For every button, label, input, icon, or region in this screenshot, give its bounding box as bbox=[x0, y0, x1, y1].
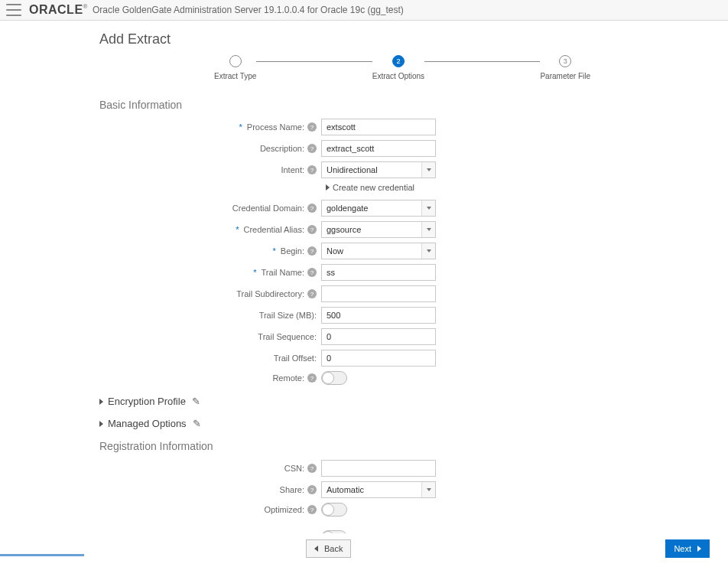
wizard-line-2 bbox=[424, 61, 540, 62]
label-trail-offset: Trail Offset: bbox=[274, 354, 317, 363]
hamburger-menu-icon[interactable] bbox=[6, 4, 21, 16]
label-trail-sequence: Trail Sequence: bbox=[258, 332, 317, 341]
caret-right-icon bbox=[99, 421, 103, 427]
description-input[interactable] bbox=[321, 140, 436, 157]
label-optimized: Optimized: bbox=[264, 505, 304, 514]
next-button[interactable]: Next bbox=[665, 539, 710, 558]
page-title: Add Extract bbox=[99, 31, 705, 47]
chevron-down-icon bbox=[421, 200, 435, 216]
trail-size-input[interactable] bbox=[321, 307, 436, 324]
begin-select[interactable]: Now bbox=[321, 243, 436, 259]
remote-toggle[interactable] bbox=[321, 371, 347, 385]
cred-domain-value: goldengate bbox=[327, 204, 368, 213]
edit-icon[interactable]: ✎ bbox=[193, 418, 201, 429]
label-share: Share: bbox=[280, 485, 304, 494]
label-description: Description: bbox=[260, 144, 304, 153]
trail-offset-input[interactable] bbox=[321, 350, 436, 367]
label-cred-domain: Credential Domain: bbox=[232, 204, 304, 213]
credential-alias-select[interactable]: ggsource bbox=[321, 221, 436, 238]
help-icon[interactable]: ? bbox=[307, 246, 317, 256]
back-button[interactable]: Back bbox=[306, 539, 351, 558]
wizard-label-2: Extract Options bbox=[372, 72, 424, 80]
help-icon[interactable]: ? bbox=[307, 144, 317, 153]
help-icon[interactable]: ? bbox=[307, 165, 317, 174]
process-name-input[interactable] bbox=[321, 119, 436, 135]
help-icon[interactable]: ? bbox=[307, 464, 317, 473]
label-trail-subdir: Trail Subdirectory: bbox=[236, 289, 304, 298]
label-process-name: Process Name: bbox=[247, 122, 304, 132]
help-icon[interactable]: ? bbox=[307, 268, 317, 277]
topbar: ORACLE® Oracle GoldenGate Administration… bbox=[0, 0, 728, 21]
create-new-credential-link[interactable]: Create new credential bbox=[326, 183, 705, 192]
label-intent: Intent: bbox=[281, 165, 304, 174]
credential-domain-select[interactable]: goldengate bbox=[321, 200, 436, 217]
wizard-label-3: Parameter File bbox=[540, 72, 590, 80]
chevron-down-icon bbox=[421, 243, 435, 259]
share-select[interactable]: Automatic bbox=[321, 481, 436, 498]
help-icon[interactable]: ? bbox=[307, 204, 317, 213]
wizard-circle-2: 2 bbox=[392, 55, 405, 67]
trail-name-input[interactable] bbox=[321, 264, 436, 281]
optimized-toggle[interactable] bbox=[321, 503, 347, 516]
wizard-steps: Extract Type 2 Extract Options 3 Paramet… bbox=[99, 55, 705, 80]
chevron-down-icon bbox=[421, 482, 435, 497]
label-cred-alias: Credential Alias: bbox=[244, 225, 305, 234]
label-begin: Begin: bbox=[281, 246, 304, 256]
chevron-down-icon bbox=[421, 162, 435, 178]
caret-right-icon bbox=[99, 399, 103, 405]
label-trail-name: Trail Name: bbox=[262, 268, 304, 277]
help-icon[interactable]: ? bbox=[307, 505, 317, 514]
label-remote: Remote: bbox=[272, 373, 304, 383]
wizard-circle-1 bbox=[229, 55, 242, 67]
wizard-step-parameter-file[interactable]: 3 Parameter File bbox=[540, 55, 590, 80]
intent-value: Unidirectional bbox=[327, 165, 378, 174]
intent-select[interactable]: Unidirectional bbox=[321, 161, 436, 178]
help-icon[interactable]: ? bbox=[307, 289, 317, 298]
trail-subdirectory-input[interactable] bbox=[321, 285, 436, 302]
oracle-logo: ORACLE® bbox=[29, 3, 88, 17]
section-basic-information: Basic Information bbox=[99, 99, 705, 111]
help-icon[interactable]: ? bbox=[307, 122, 317, 132]
progress-indicator bbox=[0, 554, 84, 556]
trail-sequence-input[interactable] bbox=[321, 328, 436, 345]
edit-icon[interactable]: ✎ bbox=[192, 396, 200, 407]
section-managed-options[interactable]: Managed Options ✎ bbox=[99, 418, 705, 429]
help-icon[interactable]: ? bbox=[307, 225, 317, 234]
app-title: Oracle GoldenGate Administration Server … bbox=[93, 5, 404, 15]
footer-bar: Back Next bbox=[0, 533, 728, 567]
share-value: Automatic bbox=[327, 485, 364, 494]
label-csn: CSN: bbox=[284, 464, 304, 473]
wizard-circle-3: 3 bbox=[559, 55, 571, 67]
begin-value: Now bbox=[327, 246, 343, 256]
help-icon[interactable]: ? bbox=[307, 373, 317, 383]
cred-alias-value: ggsource bbox=[327, 225, 361, 234]
section-encryption-profile[interactable]: Encryption Profile ✎ bbox=[99, 396, 705, 407]
help-icon[interactable]: ? bbox=[307, 485, 317, 494]
chevron-down-icon bbox=[421, 222, 435, 237]
wizard-line-1 bbox=[256, 61, 372, 62]
caret-right-icon bbox=[326, 184, 330, 191]
wizard-step-extract-type[interactable]: Extract Type bbox=[214, 55, 256, 80]
label-trail-size: Trail Size (MB): bbox=[259, 311, 317, 320]
wizard-step-extract-options[interactable]: 2 Extract Options bbox=[372, 55, 424, 80]
csn-input[interactable] bbox=[321, 460, 436, 477]
section-registration-information: Registration Information bbox=[99, 440, 705, 452]
wizard-label-1: Extract Type bbox=[214, 72, 256, 80]
